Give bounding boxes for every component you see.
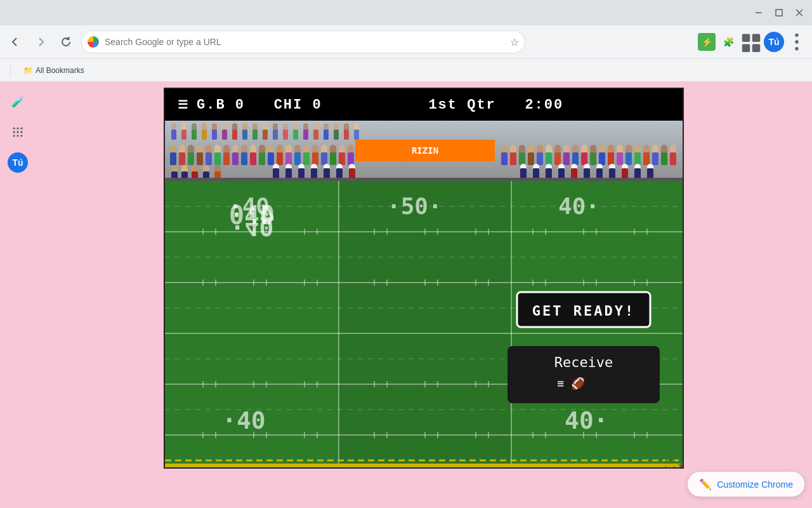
svg-rect-142 [670, 152, 676, 165]
svg-rect-124 [590, 152, 596, 165]
bookmarks-separator [10, 64, 11, 77]
reload-button[interactable] [56, 32, 76, 52]
all-bookmarks-item[interactable]: 📁 All Bookmarks [18, 64, 89, 77]
svg-rect-46 [293, 130, 298, 140]
svg-text:Receive: Receive [554, 354, 613, 370]
extension-icon[interactable]: ⚡ [698, 33, 716, 51]
svg-rect-22 [171, 130, 176, 140]
svg-point-11 [13, 128, 15, 130]
score-center: 1st Qtr 2:00 [428, 97, 563, 113]
customize-chrome-label: Customize Chrome [717, 479, 793, 490]
svg-rect-90 [294, 152, 301, 165]
svg-rect-102 [348, 152, 354, 165]
svg-rect-76 [232, 152, 239, 165]
svg-rect-88 [285, 152, 292, 165]
svg-point-8 [795, 34, 798, 37]
svg-rect-136 [643, 152, 650, 165]
svg-point-17 [13, 135, 15, 137]
address-bar[interactable]: Search Google or type a URL [81, 30, 525, 53]
svg-point-14 [13, 131, 15, 133]
back-button[interactable] [5, 32, 25, 52]
svg-rect-78 [241, 152, 247, 165]
profile-avatar[interactable]: Tú [764, 32, 784, 52]
customize-chrome-button[interactable]: ✏️ Customize Chrome [688, 472, 804, 497]
close-button[interactable] [792, 5, 807, 20]
all-bookmarks-label: All Bookmarks [36, 66, 84, 75]
svg-rect-100 [339, 152, 345, 165]
svg-rect-5 [752, 34, 760, 42]
svg-text:·50·: ·50· [387, 193, 442, 219]
svg-rect-52 [324, 130, 329, 140]
more-tools-button[interactable] [741, 32, 761, 52]
svg-rect-110 [528, 152, 534, 165]
svg-rect-26 [192, 130, 197, 140]
svg-point-15 [16, 131, 18, 133]
svg-rect-68 [197, 152, 203, 165]
svg-rect-112 [537, 152, 543, 165]
menu-button[interactable] [787, 32, 807, 52]
svg-rect-32 [222, 130, 227, 140]
svg-rect-42 [273, 130, 278, 140]
score-right-value: 0 [312, 97, 322, 113]
svg-rect-80 [250, 152, 256, 165]
svg-rect-38 [252, 130, 258, 140]
svg-text:≡ 🏈: ≡ 🏈 [557, 377, 586, 391]
forward-button[interactable] [30, 32, 51, 52]
svg-text:RIZIN: RIZIN [412, 145, 438, 156]
svg-rect-138 [652, 152, 658, 165]
svg-point-10 [795, 47, 798, 50]
svg-rect-132 [625, 152, 632, 165]
svg-rect-30 [212, 130, 217, 140]
bookmarks-bar: 📁 All Bookmarks [0, 58, 812, 81]
svg-rect-36 [242, 130, 247, 140]
svg-rect-104 [501, 152, 508, 165]
svg-point-9 [795, 40, 798, 43]
nav-bar: Search Google or type a URL ☆ ⚡ 🧩 Tú [0, 25, 812, 58]
svg-text:·40: ·40 [228, 193, 270, 219]
svg-rect-92 [303, 152, 310, 165]
svg-rect-44 [283, 130, 288, 140]
svg-point-13 [20, 128, 22, 130]
svg-text:⛶: ⛶ [665, 460, 675, 469]
svg-rect-66 [188, 152, 194, 165]
svg-rect-50 [313, 130, 318, 140]
svg-point-19 [20, 135, 22, 137]
svg-rect-287 [165, 464, 683, 469]
svg-rect-108 [519, 152, 525, 165]
svg-rect-54 [334, 130, 339, 140]
svg-rect-1 [776, 10, 782, 16]
bookmark-star-icon[interactable]: ☆ [510, 36, 519, 48]
svg-rect-48 [303, 130, 308, 140]
svg-rect-106 [510, 152, 516, 165]
svg-rect-40 [263, 130, 268, 140]
svg-rect-82 [259, 152, 265, 165]
svg-rect-56 [344, 130, 349, 140]
game-container: ☰ G.B 0 CHI 0 1st Qtr 2:00 [36, 81, 812, 508]
quarter-label: 1st Qtr [428, 97, 495, 113]
side-avatar[interactable]: Tú [8, 152, 28, 173]
svg-rect-98 [330, 152, 336, 165]
score-left-value: 0 [235, 97, 245, 113]
svg-point-18 [16, 135, 18, 137]
svg-rect-126 [599, 152, 605, 165]
time-label: 2:00 [525, 97, 563, 113]
svg-rect-118 [563, 152, 570, 165]
extensions-button[interactable]: 🧩 [718, 32, 738, 52]
svg-rect-74 [223, 152, 230, 165]
google-apps-icon[interactable] [8, 122, 28, 142]
svg-rect-122 [581, 152, 587, 165]
svg-rect-34 [232, 130, 237, 140]
svg-rect-96 [321, 152, 327, 165]
minimize-button[interactable] [751, 5, 766, 20]
svg-rect-116 [554, 152, 561, 165]
lab-icon[interactable]: 🧪 [8, 91, 28, 112]
svg-rect-134 [634, 152, 641, 165]
team-left-label: G.B [197, 97, 226, 113]
crowd-area: RIZIN [165, 121, 683, 181]
svg-text:·40: ·40 [222, 406, 266, 434]
score-left: ☰ G.B 0 CHI 0 [178, 97, 322, 113]
svg-point-16 [20, 131, 22, 133]
maximize-button[interactable] [771, 5, 787, 20]
svg-rect-86 [277, 152, 283, 165]
svg-rect-114 [546, 152, 552, 165]
